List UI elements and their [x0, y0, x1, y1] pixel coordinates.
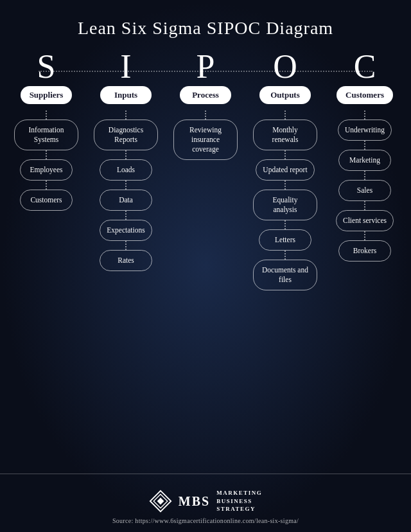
letter-p: P [197, 50, 215, 84]
card-diagnostics-reports: Diagnostics Reports [94, 120, 158, 150]
header-customers: Customers [337, 86, 393, 104]
card-monthly-renewals: Monthly renewals [253, 120, 317, 150]
card-employees: Employees [20, 159, 73, 181]
card-letters: Letters [259, 229, 311, 251]
letter-c: C [354, 50, 376, 84]
footer-url: Source: https://www.6sigmacertificationo… [112, 517, 299, 524]
card-sales: Sales [338, 180, 391, 201]
card-equality-analysis: Equality analysis [253, 190, 317, 220]
column-customers: C Customers Underwriting Marketing Sales… [329, 50, 400, 262]
mbs-logo-icon [149, 490, 172, 513]
card-marketing: Marketing [338, 150, 391, 171]
footer-divider [0, 474, 411, 474]
column-suppliers: S Suppliers Information Systems Employee… [11, 50, 82, 211]
letter-o: O [273, 50, 297, 84]
mbs-subtitle: MARKETING BUSINESS STRATEGY [216, 489, 262, 513]
column-process: P Process Reviewing insurance coverage [170, 50, 241, 160]
footer-logo: MBS MARKETING BUSINESS STRATEGY [149, 489, 262, 513]
column-outputs: O Outputs Monthly renewals Updated repor… [250, 50, 320, 290]
card-updated-report: Updated report [256, 159, 314, 181]
card-client-services: Client services [336, 210, 394, 231]
mbs-letters: MBS [179, 494, 210, 509]
letter-s: S [37, 50, 56, 84]
column-inputs: I Inputs Diagnostics Reports Loads Data … [91, 50, 161, 271]
page-title: Lean Six Sigma SIPOC Diagram [0, 0, 411, 45]
card-expectations: Expectations [100, 220, 152, 241]
header-outputs: Outputs [259, 86, 311, 104]
card-customers-s: Customers [20, 190, 73, 211]
card-reviewing-insurance: Reviewing insurance coverage [173, 120, 238, 160]
card-brokers: Brokers [338, 240, 391, 262]
header-process: Process [180, 86, 231, 104]
card-information-systems: Information Systems [14, 120, 78, 150]
header-inputs: Inputs [100, 86, 152, 104]
card-data: Data [100, 190, 152, 211]
footer: MBS MARKETING BUSINESS STRATEGY Source: … [0, 483, 411, 532]
card-documents-files: Documents and files [253, 260, 317, 290]
header-suppliers: Suppliers [21, 86, 73, 104]
letter-i: I [120, 50, 131, 84]
card-rates: Rates [100, 250, 152, 271]
card-underwriting: Underwriting [338, 120, 392, 141]
svg-marker-2 [157, 498, 164, 505]
card-loads: Loads [100, 159, 152, 181]
